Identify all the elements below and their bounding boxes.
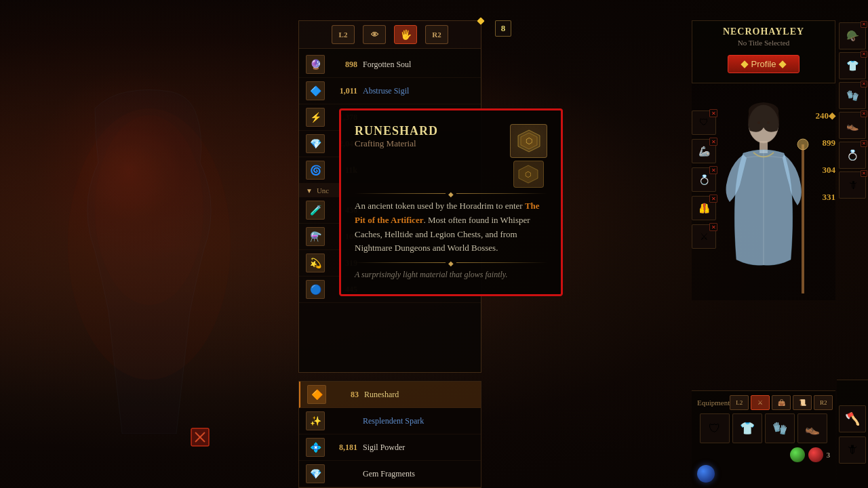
nav-eye-button[interactable]: 👁	[363, 25, 386, 44]
item-name-runeshard: Runeshard	[364, 390, 399, 400]
equip-tab-scroll[interactable]: 📜	[793, 395, 812, 410]
item-icon: 💫	[306, 253, 325, 272]
equip-tab-r2[interactable]: R2	[814, 395, 833, 410]
hand-icon: 🖐	[400, 29, 412, 41]
item-icon: ⚗️	[306, 227, 325, 246]
gems-row: 3	[697, 446, 830, 464]
equip-slot-4[interactable]: 🦺	[692, 196, 716, 220]
equip-tab-l2[interactable]: L2	[730, 395, 749, 410]
equip-slot-2[interactable]: 🦾	[692, 139, 716, 163]
right-slot-2[interactable]: 👕 ✕	[839, 52, 866, 79]
profile-diamond-icon-right	[779, 60, 787, 68]
slot-marker: ✕	[861, 170, 867, 177]
list-item[interactable]: 🔮 898 Forgotten Soul	[299, 52, 481, 78]
stat-value-4: 331	[823, 192, 836, 203]
character-svg	[703, 90, 825, 293]
weapon-slot-off[interactable]: 🗡	[839, 436, 866, 464]
runeshard-icon-secondary: ⬡	[513, 161, 544, 188]
equip-bar-header: Equipment L2 ⚔ 👜 📜 R2	[697, 395, 830, 410]
stat-value-3: 304	[823, 165, 836, 176]
tooltip-subtitle: Crafting Material	[355, 138, 438, 149]
equip-slots-row-1: 🛡 👕 🧤 👞	[697, 413, 830, 443]
char-title: No Title Selected	[698, 39, 829, 47]
svg-point-10	[797, 139, 808, 150]
slot-marker: ✕	[861, 110, 867, 117]
item-count: 83	[332, 390, 359, 400]
weapon-slot-main[interactable]: 🪓	[839, 405, 866, 432]
item-count: 1,011	[330, 86, 357, 96]
char-info-box: NECROHAYLEY No Title Selected Profile	[692, 20, 835, 83]
item-icon: ⚡	[306, 108, 325, 127]
orb-row	[697, 464, 830, 484]
item-icon: 🔷	[306, 81, 325, 100]
slot-marker: ✕	[861, 81, 867, 87]
selected-list-item[interactable]: 🔶 83 Runeshard	[299, 382, 481, 408]
inventory-header: L2 👁 🖐 R2	[299, 21, 481, 49]
equip-slot-5[interactable]: ⚔	[692, 224, 716, 249]
right-slot-3[interactable]: 🧤 ✕	[839, 82, 866, 109]
svg-point-12	[767, 121, 770, 124]
item-icon: 💎	[306, 134, 325, 153]
item-icon: 🌀	[306, 161, 325, 180]
nav-r2-button[interactable]: R2	[425, 25, 448, 44]
item-name: Sigil Powder	[363, 443, 405, 453]
nav-l2-button[interactable]: L2	[332, 25, 355, 44]
svg-text:⬡: ⬡	[526, 136, 532, 146]
tooltip-divider-top	[355, 193, 547, 194]
item-icon: 🔶	[307, 385, 326, 404]
item-name: Abstruse Sigil	[363, 86, 409, 96]
equip-slot-3[interactable]: 💍	[692, 167, 716, 192]
right-slot-6[interactable]: 🗡 ✕	[839, 171, 866, 199]
runeshard-icon-primary: ⬡	[510, 124, 547, 158]
level-badge: 8	[495, 20, 511, 37]
right-slot-4[interactable]: 👞 ✕	[839, 112, 866, 139]
list-item[interactable]: ✨ Resplendent Spark	[299, 408, 481, 434]
equip-slot-1[interactable]: 🛡	[692, 110, 716, 135]
section-label: Unc	[317, 186, 329, 195]
left-indicator	[190, 427, 210, 447]
item-icon: 💠	[306, 438, 325, 457]
right-slot-1[interactable]: 🪖 ✕	[839, 22, 866, 49]
list-item[interactable]: 🔷 1,011 Abstruse Sigil	[299, 78, 481, 104]
char-name: NECROHAYLEY	[698, 26, 829, 37]
svg-point-11	[757, 121, 760, 124]
equip-slot-armor3[interactable]: 🧤	[765, 413, 795, 443]
equip-slot-armor1[interactable]: 🛡	[700, 413, 730, 443]
tooltip-title: RUNESHARD	[355, 124, 438, 138]
tooltip-flavor-text: A surprisingly light material that glows…	[355, 268, 547, 281]
gem-green[interactable]	[790, 447, 805, 462]
item-icon: ✨	[306, 411, 325, 430]
item-icon: 🔮	[306, 55, 325, 74]
tooltip-header: RUNESHARD Crafting Material ⬡ ⬡	[355, 124, 547, 188]
tooltip-description: An ancient token used by the Horadrim to…	[355, 199, 547, 256]
bottom-inventory-panel: 🔶 83 Runeshard ✨ Resplendent Spark 💠 8,1…	[298, 381, 481, 488]
equip-tab-sword[interactable]: ⚔	[751, 395, 770, 410]
item-icon: 🔵	[306, 280, 325, 299]
slot-marker: ✕	[861, 51, 867, 58]
list-item[interactable]: 💎 Gem Fragments	[299, 461, 481, 487]
character-panel: NECROHAYLEY No Title Selected Profile	[692, 20, 835, 300]
item-icon: 💎	[306, 464, 325, 483]
item-icon: 🧪	[306, 201, 325, 220]
equip-slot-armor2[interactable]: 👕	[732, 413, 762, 443]
equip-tab-group: L2 ⚔ 👜 📜 R2	[730, 395, 833, 410]
list-item[interactable]: 💠 8,181 Sigil Powder	[299, 434, 481, 461]
profile-button[interactable]: Profile	[728, 55, 800, 73]
gem-red[interactable]	[808, 447, 823, 462]
tooltip-icon-area: ⬡ ⬡	[510, 124, 547, 188]
bottom-equip-bar: Equipment L2 ⚔ 👜 📜 R2 🛡 👕 🧤 👞 3	[692, 390, 835, 488]
far-right-bottom: 🪓 🗡	[837, 380, 868, 488]
orb-blue[interactable]	[697, 465, 715, 483]
eye-icon: 👁	[371, 30, 378, 39]
profile-btn-container: Profile	[698, 51, 829, 77]
profile-diamond-icon	[741, 60, 748, 68]
svg-text:⬡: ⬡	[525, 170, 532, 178]
equip-slot-armor4[interactable]: 👞	[797, 413, 827, 443]
nav-hand-button[interactable]: 🖐	[394, 25, 417, 44]
tooltip-popup: RUNESHARD Crafting Material ⬡ ⬡ An ancie…	[339, 108, 563, 296]
tooltip-divider-bottom	[355, 262, 547, 263]
right-slot-5[interactable]: 💍 ✕	[839, 142, 866, 169]
equip-tab-bag[interactable]: 👜	[772, 395, 791, 410]
gem-count: 3	[827, 451, 831, 459]
item-name: Forgotten Soul	[363, 60, 411, 70]
